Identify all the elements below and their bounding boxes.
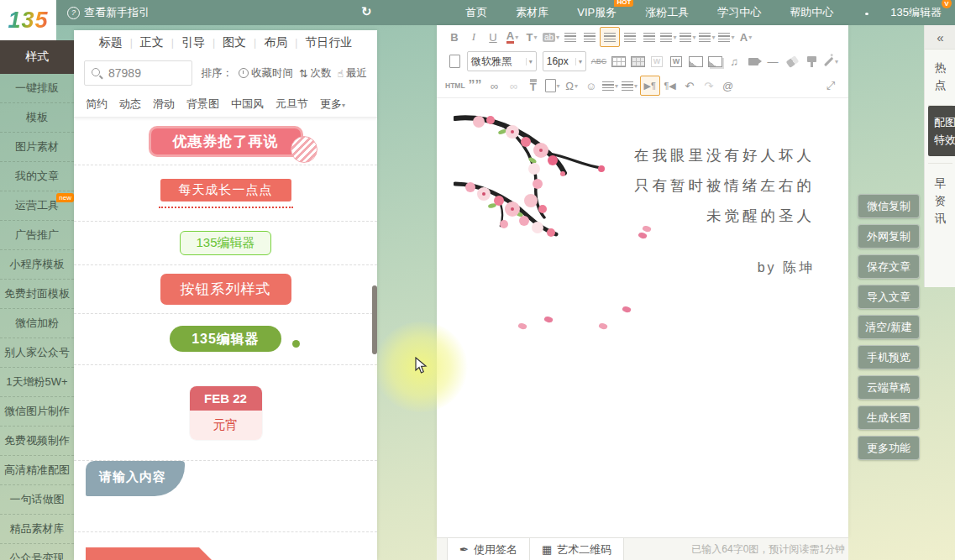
filter-background[interactable]: 背景图: [186, 97, 219, 112]
sidebar-item-premium-material[interactable]: 精品素材库: [0, 515, 74, 544]
editor-content[interactable]: 在我眼里没有好人坏人 只有暂时被情绪左右的 未觉醒的圣人 by 陈坤: [437, 98, 848, 512]
generate-long-image-button[interactable]: 生成长图: [858, 406, 920, 430]
emoji-icon[interactable]: ☺: [582, 76, 601, 95]
font-family-select[interactable]: 微软雅黑▾: [467, 51, 537, 71]
style-item-growth[interactable]: 每天成长一点点: [74, 165, 377, 222]
refresh-icon[interactable]: ↻: [361, 4, 372, 19]
external-copy-button[interactable]: 外网复制: [858, 224, 920, 249]
nav-home[interactable]: 首页: [465, 5, 487, 20]
sidebar-item-image-material[interactable]: 图片素材: [0, 133, 74, 162]
sidebar-item-fans-growth[interactable]: 1天增粉5W+: [0, 368, 74, 397]
filter-dynamic[interactable]: 动态: [119, 97, 141, 112]
style-item-pill[interactable]: 135编辑器: [74, 314, 377, 365]
sidebar-item-styles[interactable]: 样式: [0, 40, 74, 74]
special-char-icon[interactable]: Ω▾: [563, 76, 581, 95]
table-icon[interactable]: [609, 52, 627, 71]
style-item-calendar[interactable]: FEB 22 元宵: [74, 365, 377, 461]
style-item-button-series[interactable]: 按钮系列样式: [74, 265, 377, 314]
account-menu[interactable]: 135编辑器V: [890, 5, 942, 20]
align-justify-icon[interactable]: [621, 28, 639, 46]
cloud-draft-button[interactable]: 云端草稿: [858, 375, 920, 400]
sidebar-item-miniprogram-templates[interactable]: 小程序模板: [0, 250, 74, 280]
nav-fans-tools[interactable]: 涨粉工具: [645, 5, 689, 20]
style-item-coupon[interactable]: 优惠券抢了再说: [74, 118, 377, 165]
sort-by-favorite-time[interactable]: 收藏时间: [239, 66, 293, 81]
new-document-icon[interactable]: [445, 52, 464, 71]
rail-item-hot-topics[interactable]: 热点: [925, 50, 955, 103]
letter-spacing-icon[interactable]: ▾: [717, 28, 736, 46]
word-import-icon[interactable]: W: [667, 52, 685, 71]
image-table-icon[interactable]: [628, 52, 647, 71]
collapse-rail-button[interactable]: «: [925, 25, 955, 50]
sidebar-item-one-sentence-image[interactable]: 一句话做图: [0, 485, 74, 515]
tab-title[interactable]: 标题: [99, 35, 123, 50]
sidebar-item-operation-tools[interactable]: 运营工具new: [0, 191, 74, 221]
sidebar-item-free-video-making[interactable]: 免费视频制作: [0, 427, 74, 456]
ordered-list-icon[interactable]: ▾: [601, 76, 620, 95]
text-style-icon[interactable]: T▾: [522, 28, 541, 46]
align-right-icon[interactable]: [600, 27, 620, 47]
text-direction-rtl-icon[interactable]: ¶◀: [661, 76, 680, 95]
art-qrcode-tab[interactable]: ▦艺术二维码: [530, 538, 624, 560]
style-item-partial[interactable]: [74, 532, 377, 560]
style-item-green-button[interactable]: 135编辑器: [74, 222, 377, 265]
strikethrough-icon[interactable]: ABC: [590, 52, 608, 71]
blockquote-icon[interactable]: ””: [466, 76, 485, 95]
tab-festival-industry[interactable]: 节日行业: [305, 35, 352, 50]
horizontal-rule-icon[interactable]: —: [763, 52, 782, 71]
align-left-icon[interactable]: [561, 28, 580, 46]
text-direction-ltr-icon[interactable]: ▶¶: [640, 76, 660, 96]
nav-material-library[interactable]: 素材库: [516, 5, 548, 20]
format-brush-icon[interactable]: [802, 52, 821, 71]
style-item-ribbon[interactable]: 请输入内容: [74, 461, 377, 532]
text-background-icon[interactable]: T: [524, 76, 543, 95]
outdent-icon[interactable]: ▾: [659, 28, 678, 46]
mobile-preview-button[interactable]: 手机预览: [858, 345, 920, 369]
sidebar-item-templates[interactable]: 模板: [0, 103, 74, 133]
guide-link[interactable]: ? 查看新手指引: [67, 5, 150, 20]
filter-simple[interactable]: 简约: [86, 97, 108, 112]
fullscreen-icon[interactable]: ⤢: [821, 76, 840, 95]
align-center-icon[interactable]: [580, 28, 599, 46]
search-box[interactable]: [84, 60, 192, 86]
nav-learning-center[interactable]: 学习中心: [717, 5, 761, 20]
sidebar-item-hd-images[interactable]: 高清精准配图: [0, 456, 74, 485]
html-source-icon[interactable]: HTML: [445, 76, 465, 95]
nav-help-center[interactable]: 帮助中心: [790, 5, 833, 20]
mention-icon[interactable]: @: [719, 76, 737, 95]
use-signature-tab[interactable]: ✒使用签名: [447, 538, 530, 560]
sort-by-count[interactable]: ⇅次数: [299, 66, 331, 81]
filter-chinese-style[interactable]: 中国风: [231, 97, 264, 112]
music-icon[interactable]: ♫: [725, 52, 743, 71]
sidebar-item-wechat-image-making[interactable]: 微信图片制作: [0, 397, 74, 427]
text-width-icon[interactable]: A▾: [737, 28, 755, 46]
wechat-copy-button[interactable]: 微信复制: [858, 194, 920, 218]
tab-layout[interactable]: 布局: [264, 35, 287, 50]
indent-icon[interactable]: [640, 28, 659, 46]
tab-body[interactable]: 正文: [140, 35, 164, 50]
tab-image-text[interactable]: 图文: [223, 35, 246, 50]
clear-new-button[interactable]: 清空/新建: [858, 315, 920, 339]
image-icon[interactable]: [686, 52, 705, 71]
sidebar-item-other-accounts[interactable]: 别人家公众号: [0, 338, 74, 368]
eraser-icon[interactable]: [783, 52, 801, 71]
nav-vip-service[interactable]: VIP服务HOT: [577, 5, 617, 20]
page-border-icon[interactable]: ▾: [543, 76, 562, 95]
import-article-button[interactable]: 导入文章: [858, 285, 920, 309]
font-size-select[interactable]: 16px▾: [543, 51, 586, 71]
magic-wand-icon[interactable]: ▾: [821, 52, 840, 71]
unordered-list-icon[interactable]: ▾: [621, 76, 639, 95]
tab-guide[interactable]: 引导: [181, 35, 205, 50]
logo-135[interactable]: 135: [0, 0, 56, 40]
panel-scrollbar-thumb[interactable]: [372, 285, 377, 354]
filter-more[interactable]: 更多▾: [320, 97, 345, 112]
font-color-icon[interactable]: A▾: [503, 28, 522, 46]
undo-icon[interactable]: ↶: [680, 76, 699, 95]
underline-icon[interactable]: U: [484, 28, 502, 46]
sidebar-item-free-cover-templates[interactable]: 免费封面模板: [0, 280, 74, 309]
sidebar-item-one-click-layout[interactable]: 一键排版: [0, 74, 74, 103]
sidebar-item-ad-promotion[interactable]: 广告推广: [0, 221, 74, 250]
sidebar-item-my-articles[interactable]: 我的文章: [0, 162, 74, 191]
sidebar-item-wechat-fans[interactable]: 微信加粉: [0, 309, 74, 338]
multi-image-icon[interactable]: [706, 52, 724, 71]
